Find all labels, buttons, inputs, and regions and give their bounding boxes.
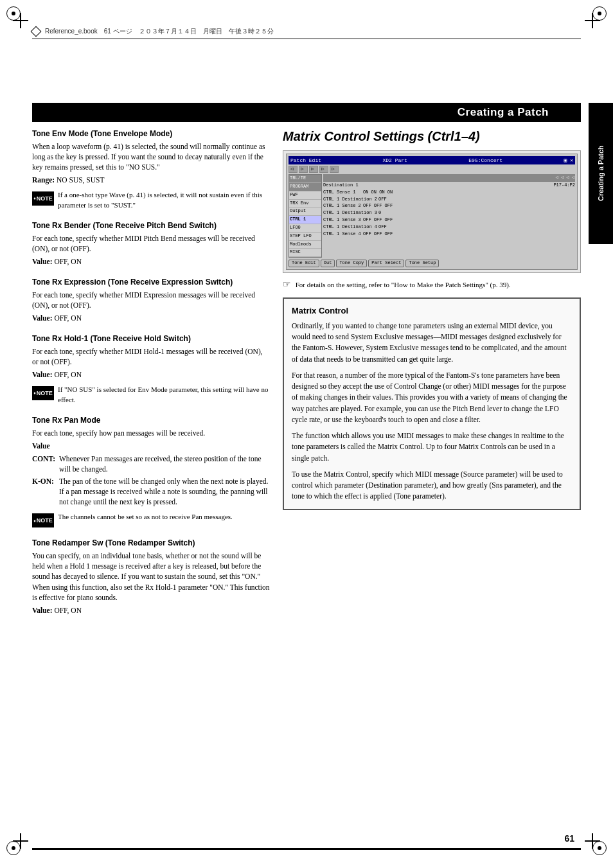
- ss-icon-row: ◁ ▷ ▷ ▷ ▷: [289, 166, 575, 173]
- matrix-para-1: Ordinarily, if you wanted to change tone…: [292, 321, 572, 365]
- matrix-para-3: The function which allows you use MIDI m…: [292, 430, 572, 464]
- ss-ctrl-row-3: CTRL 1 Destination 2 OFF: [323, 197, 575, 203]
- ss-header-row: ◁ ◁ ◁ ◁: [323, 174, 575, 182]
- value-label-rx-hold: Value:: [32, 371, 53, 378]
- ss-part-label: XD2 Part: [382, 157, 407, 164]
- ss-ctrl-row-1: Destination 1 P17-4:P2: [323, 182, 575, 189]
- value-text-rx-expr: OFF, ON: [54, 314, 82, 322]
- def-item-kon: K-ON: The pan of the tone will be change…: [32, 476, 270, 507]
- matrix-main-heading: Matrix Control Settings (Ctrl1–4): [283, 128, 581, 144]
- matrix-control-box: Matrix Control Ordinarily, if you wanted…: [283, 297, 581, 510]
- ss-btn-part-select[interactable]: Part Select: [368, 260, 404, 267]
- page-number: 61: [564, 833, 574, 844]
- right-column: Matrix Control Settings (Ctrl1–4) Patch …: [283, 128, 581, 829]
- def-term-cont: CONT:: [32, 454, 55, 474]
- matrix-para-4: To use the Matrix Control, specify which…: [292, 469, 572, 502]
- def-term-kon: K-ON:: [32, 476, 55, 507]
- ss-sidebar-ctrl1: CTRL 1: [289, 216, 321, 224]
- ss-icon-3: ▷: [309, 166, 318, 173]
- value-label-redamper: Value:: [32, 607, 53, 614]
- matrix-para-2: For that reason, a number of the more ty…: [292, 370, 572, 425]
- ss-ctrl-row-2: CTRL Sense 1 ON ON ON ON: [323, 190, 575, 196]
- ss-sidebar-header: TBL/TE: [289, 175, 321, 182]
- title-bar: Creating a Patch: [32, 103, 581, 122]
- value-label-rx-expr: Value:: [32, 314, 53, 322]
- note-box-rx-pan: NOTE The channels cannot be set so as no…: [32, 512, 270, 527]
- matrix-box-body: Ordinarily, if you wanted to change tone…: [292, 321, 572, 502]
- ss-icon-2: ▷: [299, 166, 308, 173]
- note-ref-text: For details on the setting, refer to "Ho…: [296, 281, 511, 288]
- section-body-tone-env-mode: When a loop waveform (p. 41) is selected…: [32, 141, 270, 172]
- ss-sidebar: TBL/TE PROGRAM FWF TRX Env Output CTRL 1…: [289, 174, 322, 258]
- value-label-tone-env: Range:: [32, 176, 55, 184]
- section-heading-rx-hold: Tone Rx Hold-1 (Tone Receive Hold Switch…: [32, 333, 270, 344]
- ss-ctrl-row-8: CTRL 1 Sense 4 OFF OFF OFF: [323, 231, 575, 238]
- corner-tr: [585, 13, 600, 28]
- matrix-box-title: Matrix Control: [292, 305, 572, 317]
- ss-sidebar-lfo: LFO0: [289, 224, 321, 232]
- note-text-rx-pan: The channels cannot be set so as not to …: [58, 512, 233, 522]
- def-desc-kon: The pan of the tone will be changed only…: [59, 476, 270, 507]
- section-body-rx-expression: For each tone, specify whether MIDI Expr…: [32, 290, 270, 310]
- page-header: Reference_e.book 61 ページ ２０３年７月１４日 月曜日 午後…: [32, 27, 581, 39]
- ss-btn-tone-copy[interactable]: Tone Copy: [336, 260, 367, 267]
- def-desc-cont: Whenever Pan messages are received, the …: [59, 454, 270, 474]
- note-box-tone-env: NOTE If a one-shot type Wave (p. 41) is …: [32, 190, 270, 210]
- ss-ctrl-row-6: CTRL 1 Sense 3 OFF OFF OFF: [323, 217, 575, 224]
- value-rx-hold: Value: OFF, ON: [32, 369, 270, 380]
- ss-sidebar-fwf: FWF: [289, 191, 321, 199]
- title-bar-text: Creating a Patch: [458, 106, 549, 118]
- corner-tl: [13, 13, 28, 28]
- pointer-icon: ☞: [283, 278, 291, 291]
- ss-sidebar-misc: MISC: [289, 249, 321, 256]
- value-rx-pan: Value: [32, 441, 270, 451]
- screenshot-inner: Patch Edit XD2 Part E05:Concert ▣ ✕ ◁ ▷ …: [286, 154, 578, 270]
- header-diamond: [31, 26, 42, 37]
- note-icon-3: NOTE: [32, 513, 54, 527]
- header-text: Reference_e.book 61 ページ ２０３年７月１４日 月曜日 午後…: [45, 27, 274, 36]
- value-rx-expression: Value: OFF, ON: [32, 313, 270, 323]
- ss-sidebar-output: Output: [289, 208, 321, 215]
- value-text-tone-env: NO SUS, SUST: [57, 176, 104, 184]
- note-box-rx-hold: NOTE If "NO SUS" is selected for Env Mod…: [32, 385, 270, 405]
- ss-btn-out[interactable]: Out: [321, 260, 335, 267]
- value-text-rx-hold: OFF, ON: [54, 371, 82, 378]
- section-body-redamper: You can specify, on an individual tone b…: [32, 551, 270, 602]
- note-icon-1: NOTE: [32, 191, 54, 206]
- section-body-rx-pan: For each tone, specify how pan messages …: [32, 428, 270, 438]
- ss-ctrl-row-5: CTRL 1 Destination 3 0: [323, 210, 575, 217]
- note-text-tone-env: If a one-shot type Wave (p. 41) is selec…: [58, 190, 270, 210]
- value-label-rx-bender: Value:: [32, 258, 53, 265]
- side-tab: Creating a Patch: [589, 103, 613, 244]
- ss-main-area: TBL/TE PROGRAM FWF TRX Env Output CTRL 1…: [289, 174, 575, 258]
- ss-concert-label: E05:Concert: [468, 157, 502, 164]
- note-ref: ☞ For details on the setting, refer to "…: [283, 278, 581, 291]
- ss-sidebar-trx: TRX Env: [289, 200, 321, 208]
- value-text-redamper: OFF, ON: [54, 607, 82, 614]
- value-label-rx-pan: Value: [32, 442, 50, 450]
- ss-btn-tone-setup[interactable]: Tone Setup: [405, 260, 439, 267]
- ss-sidebar-modl: Modlmods: [289, 241, 321, 249]
- ss-button-row: Tone Edit Out Tone Copy Part Select Tone…: [289, 260, 575, 267]
- ss-icon-4: ▷: [319, 166, 328, 173]
- section-body-rx-bender: For each tone, specify whether MIDI Pitc…: [32, 233, 270, 254]
- note-text-rx-hold: If "NO SUS" is selected for Env Mode par…: [58, 385, 270, 405]
- section-heading-rx-expression: Tone Rx Expression (Tone Receive Express…: [32, 277, 270, 288]
- ss-close-buttons: ▣ ✕: [564, 157, 573, 164]
- section-body-rx-hold: For each tone, specify whether MIDI Hold…: [32, 346, 270, 367]
- section-heading-redamper: Tone Redamper Sw (Tone Redamper Switch): [32, 538, 270, 549]
- ss-btn-tone-edit[interactable]: Tone Edit: [289, 260, 319, 267]
- ss-sidebar-prog: PROGRAM: [289, 183, 321, 191]
- main-content: Tone Env Mode (Tone Envelope Mode) When …: [32, 128, 581, 829]
- section-heading-rx-pan: Tone Rx Pan Mode: [32, 415, 270, 426]
- ss-content-area: ◁ ◁ ◁ ◁ Destination 1 P17-4:P2 CTRL Sens…: [323, 174, 575, 258]
- screenshot-box: Patch Edit XD2 Part E05:Concert ▣ ✕ ◁ ▷ …: [283, 150, 581, 273]
- corner-bl: [13, 833, 28, 849]
- value-rx-bender: Value: OFF, ON: [32, 256, 270, 267]
- ss-sidebar-steplfo: STEP LFO: [289, 233, 321, 240]
- value-redamper: Value: OFF, ON: [32, 605, 270, 616]
- ss-title-text: Patch Edit: [290, 157, 321, 164]
- value-tone-env-mode: Range: NO SUS, SUST: [32, 175, 270, 185]
- ss-icon-5: ▷: [330, 166, 339, 173]
- ss-titlebar: Patch Edit XD2 Part E05:Concert ▣ ✕: [289, 156, 575, 164]
